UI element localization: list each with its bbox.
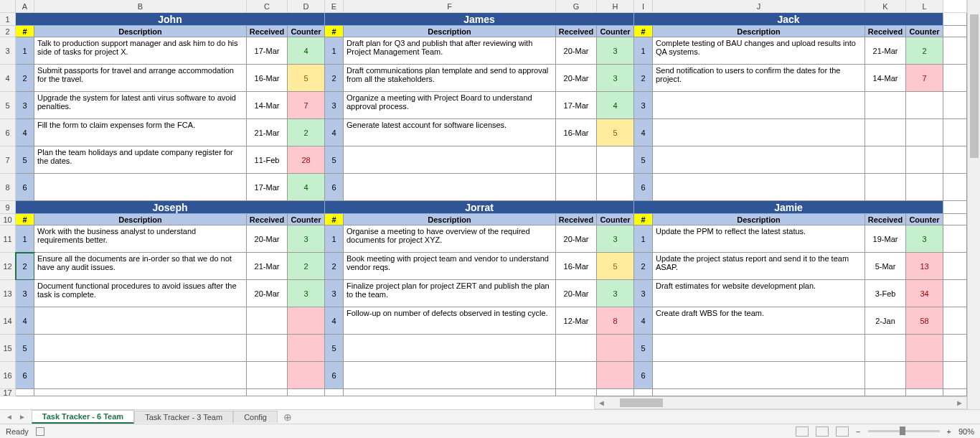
- empty-cell[interactable]: [865, 389, 906, 396]
- task-number[interactable]: 5: [634, 146, 653, 174]
- col-header-G[interactable]: G: [556, 0, 597, 13]
- task-description[interactable]: Finalize project plan for project ZERT a…: [344, 280, 556, 307]
- task-received[interactable]: 16-Mar: [247, 65, 288, 92]
- row-header-17[interactable]: 17: [0, 389, 16, 396]
- task-counter[interactable]: 3: [597, 280, 634, 307]
- view-page-break-button[interactable]: [836, 427, 849, 437]
- task-number[interactable]: 5: [16, 335, 34, 362]
- task-counter[interactable]: [906, 119, 943, 146]
- task-description[interactable]: [34, 307, 247, 335]
- task-counter[interactable]: 4: [288, 174, 325, 201]
- empty-cell[interactable]: [597, 389, 634, 396]
- task-counter[interactable]: 58: [906, 307, 943, 335]
- empty-cell[interactable]: [34, 389, 247, 396]
- zoom-in-button[interactable]: +: [947, 427, 951, 436]
- task-received[interactable]: 20-Mar: [556, 37, 597, 65]
- col-header-A[interactable]: A: [16, 0, 34, 13]
- task-received[interactable]: 17-Mar: [556, 92, 597, 119]
- sheet-tab-2[interactable]: Task Tracker - 3 Team: [134, 411, 233, 423]
- task-counter[interactable]: 28: [288, 146, 325, 174]
- task-counter[interactable]: 4: [288, 37, 325, 65]
- task-description[interactable]: [344, 335, 556, 362]
- task-received[interactable]: [556, 146, 597, 174]
- task-number[interactable]: 5: [325, 146, 344, 174]
- row-header-4[interactable]: 4: [0, 65, 16, 92]
- task-number[interactable]: 3: [16, 280, 34, 307]
- task-description[interactable]: Ensure all the documents are in-order so…: [34, 253, 247, 280]
- task-counter[interactable]: 4: [597, 92, 634, 119]
- empty-cell[interactable]: [247, 389, 288, 396]
- select-all-corner[interactable]: [0, 0, 16, 13]
- task-description[interactable]: Create draft WBS for the team.: [653, 307, 865, 335]
- task-number[interactable]: 3: [634, 92, 653, 119]
- task-received[interactable]: [865, 362, 906, 389]
- tab-nav-buttons[interactable]: ◄ ►: [0, 413, 32, 421]
- task-received[interactable]: 21-Mar: [247, 253, 288, 280]
- task-number[interactable]: 2: [634, 253, 653, 280]
- horizontal-scrollbar[interactable]: ◄ ►: [594, 396, 967, 409]
- task-received[interactable]: 20-Mar: [556, 280, 597, 307]
- spreadsheet-grid[interactable]: A B C D E F G H I J K L 1JohnJamesJack2#…: [0, 0, 967, 409]
- task-counter[interactable]: [906, 335, 943, 362]
- task-description[interactable]: Draft communications plan template and s…: [344, 65, 556, 92]
- task-counter[interactable]: 3: [597, 65, 634, 92]
- col-header-E[interactable]: E: [325, 0, 344, 13]
- row-header-13[interactable]: 13: [0, 280, 16, 307]
- empty-cell[interactable]: [653, 389, 865, 396]
- task-counter[interactable]: [597, 362, 634, 389]
- task-number[interactable]: 1: [16, 37, 34, 65]
- row-header-3[interactable]: 3: [0, 37, 16, 65]
- task-number[interactable]: 4: [16, 307, 34, 335]
- task-counter[interactable]: 5: [597, 253, 634, 280]
- task-received[interactable]: 12-Mar: [556, 307, 597, 335]
- task-received[interactable]: 11-Feb: [247, 146, 288, 174]
- row-header-14[interactable]: 14: [0, 307, 16, 335]
- col-header-D[interactable]: D: [288, 0, 325, 13]
- task-number[interactable]: 2: [325, 253, 344, 280]
- task-counter[interactable]: 8: [597, 307, 634, 335]
- zoom-slider-thumb[interactable]: [900, 427, 905, 435]
- task-received[interactable]: 20-Mar: [247, 280, 288, 307]
- task-counter[interactable]: [906, 92, 943, 119]
- task-counter[interactable]: 3: [597, 37, 634, 65]
- task-description[interactable]: [653, 362, 865, 389]
- task-counter[interactable]: [906, 362, 943, 389]
- row-header-7[interactable]: 7: [0, 146, 16, 174]
- task-number[interactable]: 4: [16, 119, 34, 146]
- col-header-J[interactable]: J: [653, 0, 865, 13]
- task-description[interactable]: [653, 174, 865, 201]
- task-description[interactable]: Talk to production support manager and a…: [34, 37, 247, 65]
- row-header-5[interactable]: 5: [0, 92, 16, 119]
- row-header-8[interactable]: 8: [0, 174, 16, 201]
- task-number[interactable]: 3: [634, 280, 653, 307]
- task-description[interactable]: [344, 362, 556, 389]
- empty-cell[interactable]: [556, 389, 597, 396]
- task-number[interactable]: 2: [634, 65, 653, 92]
- task-description[interactable]: Document functional procedures to avoid …: [34, 280, 247, 307]
- task-description[interactable]: Plan the team holidays and update compan…: [34, 146, 247, 174]
- task-received[interactable]: [865, 119, 906, 146]
- task-number[interactable]: 5: [16, 146, 34, 174]
- hscroll-thumb[interactable]: [620, 399, 663, 407]
- empty-cell[interactable]: [16, 389, 34, 396]
- task-number[interactable]: 6: [16, 174, 34, 201]
- task-description[interactable]: [653, 146, 865, 174]
- task-number[interactable]: 1: [16, 225, 34, 253]
- task-received[interactable]: 20-Mar: [556, 65, 597, 92]
- task-received[interactable]: [247, 362, 288, 389]
- task-description[interactable]: [34, 174, 247, 201]
- task-counter[interactable]: [597, 335, 634, 362]
- row-header-1[interactable]: 1: [0, 13, 16, 26]
- task-description[interactable]: Send notification to users to confirm th…: [653, 65, 865, 92]
- col-header-F[interactable]: F: [344, 0, 556, 13]
- task-received[interactable]: 20-Mar: [556, 225, 597, 253]
- task-counter[interactable]: 3: [288, 280, 325, 307]
- task-description[interactable]: Draft plan for Q3 and publish that after…: [344, 37, 556, 65]
- task-description[interactable]: [653, 92, 865, 119]
- task-received[interactable]: [865, 174, 906, 201]
- task-number[interactable]: 4: [634, 307, 653, 335]
- row-header-6[interactable]: 6: [0, 119, 16, 146]
- view-normal-button[interactable]: [796, 427, 809, 437]
- task-received[interactable]: [556, 174, 597, 201]
- task-counter[interactable]: 3: [906, 225, 943, 253]
